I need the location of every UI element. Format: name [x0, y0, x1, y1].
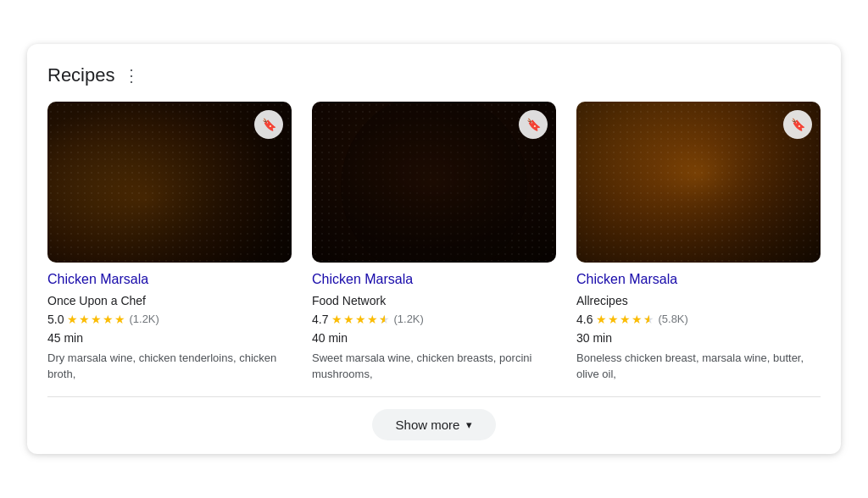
recipes-grid: 🔖 Chicken Marsala Once Upon a Chef 5.0 ★…	[47, 102, 821, 383]
star-icon: ★	[91, 313, 102, 325]
rating-score: 5.0	[47, 313, 64, 326]
recipe-title[interactable]: Chicken Marsala	[576, 271, 821, 289]
rating-score: 4.7	[312, 313, 328, 326]
stars-container: ★★★★★	[67, 313, 125, 325]
star-icon: ★	[596, 313, 607, 325]
recipe-source: Once Upon a Chef	[47, 294, 292, 307]
chevron-down-icon: ▾	[466, 418, 472, 431]
star-icon: ★	[343, 313, 354, 325]
star-icon: ★	[67, 313, 78, 325]
show-more-container: Show more ▾	[47, 409, 821, 440]
list-item: 🔖 Chicken Marsala Allrecipes 4.6 ★★★★ (5…	[576, 102, 821, 383]
list-item: 🔖 Chicken Marsala Once Upon a Chef 5.0 ★…	[47, 102, 292, 383]
show-more-button[interactable]: Show more ▾	[372, 409, 497, 440]
recipes-card: Recipes ⋮ 🔖 Chicken Marsala Once Upon a …	[27, 44, 841, 454]
recipe-source: Allrecipes	[576, 294, 821, 307]
rating-count: (1.2K)	[129, 313, 159, 325]
star-icon: ★	[620, 313, 631, 325]
half-star-icon	[379, 313, 390, 325]
stars-container: ★★★★	[596, 313, 654, 325]
half-star-icon	[643, 313, 654, 325]
recipe-description: Dry marsala wine, chicken tenderloins, c…	[47, 350, 292, 383]
stars-container: ★★★★	[331, 313, 390, 325]
bookmark-icon: 🔖	[791, 118, 805, 131]
star-icon: ★	[114, 313, 125, 325]
show-more-label: Show more	[396, 418, 460, 432]
star-icon: ★	[608, 313, 619, 325]
recipe-image-wrapper[interactable]: 🔖	[576, 102, 821, 263]
recipe-rating: 4.7 ★★★★ (1.2K)	[312, 313, 556, 326]
bookmark-button[interactable]: 🔖	[519, 110, 548, 139]
star-icon: ★	[632, 313, 643, 325]
bookmark-icon: 🔖	[262, 118, 276, 131]
rating-count: (5.8K)	[658, 313, 687, 325]
bookmark-button[interactable]: 🔖	[783, 110, 812, 139]
rating-score: 4.6	[576, 313, 593, 326]
rating-count: (1.2K)	[393, 313, 423, 325]
bookmark-button[interactable]: 🔖	[254, 110, 283, 139]
star-icon: ★	[331, 313, 342, 325]
recipe-image-wrapper[interactable]: 🔖	[312, 102, 556, 263]
star-icon: ★	[79, 313, 90, 325]
recipe-title[interactable]: Chicken Marsala	[312, 271, 556, 289]
star-icon: ★	[367, 313, 378, 325]
recipe-rating: 4.6 ★★★★ (5.8K)	[576, 313, 821, 326]
page-title: Recipes	[47, 64, 114, 86]
divider	[47, 396, 821, 397]
more-options-icon[interactable]: ⋮	[123, 67, 141, 84]
recipe-image-wrapper[interactable]: 🔖	[47, 102, 292, 263]
recipe-time: 45 min	[47, 331, 292, 345]
recipe-rating: 5.0 ★★★★★ (1.2K)	[47, 313, 292, 326]
star-icon: ★	[103, 313, 114, 325]
recipe-time: 30 min	[576, 331, 821, 345]
star-icon: ★	[355, 313, 366, 325]
list-item: 🔖 Chicken Marsala Food Network 4.7 ★★★★ …	[312, 102, 556, 383]
recipe-description: Sweet marsala wine, chicken breasts, por…	[312, 350, 556, 383]
recipe-title[interactable]: Chicken Marsala	[47, 271, 292, 289]
bookmark-icon: 🔖	[526, 118, 541, 131]
recipe-source: Food Network	[312, 294, 556, 307]
recipes-header: Recipes ⋮	[47, 64, 821, 86]
recipe-time: 40 min	[312, 331, 556, 345]
recipe-description: Boneless chicken breast, marsala wine, b…	[576, 350, 821, 383]
